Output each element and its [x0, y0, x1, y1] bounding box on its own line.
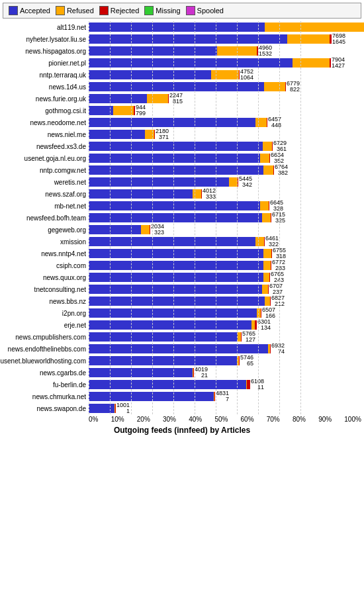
row-label: news.1d4.us	[3, 81, 89, 93]
row-label: gothmog.csi.it	[3, 105, 89, 116]
bar-row: 6765243	[89, 271, 364, 283]
bar-value-label: 6507166	[262, 307, 275, 319]
bar-row: 5445342	[89, 176, 364, 188]
bar-value-label: 6765243	[271, 271, 284, 283]
bar-value-label: 2180371	[156, 128, 169, 140]
bar-row: 6772283	[89, 259, 364, 271]
xaxis-label: 40%	[189, 416, 202, 423]
bar-segment	[154, 130, 155, 139]
bar-segment	[89, 34, 287, 44]
row-label: usenet.goja.nl.eu.org	[3, 152, 89, 164]
row-label: news.cmpublishers.com	[3, 331, 89, 343]
row-label: newsfeed.xs3.de	[3, 140, 89, 152]
bar-segment	[262, 213, 271, 222]
bar-segment	[241, 332, 242, 342]
bar-segment	[89, 82, 264, 91]
row-label: fu-berlin.de	[3, 379, 89, 391]
bar-segment	[89, 106, 113, 115]
bar-value-label: 5445342	[239, 176, 252, 188]
bar-value-label: 944799	[136, 105, 146, 116]
bar-segment	[273, 165, 274, 175]
bar-segment	[89, 201, 260, 210]
xaxis-label: 10%	[111, 416, 124, 423]
bar-row: 6827212	[89, 295, 364, 307]
bar-segment	[89, 356, 237, 365]
bar-row: 610811	[89, 379, 364, 391]
bar-row: 6507166	[89, 307, 364, 319]
legend-refused-label: Refused	[67, 7, 94, 15]
bar-row: 2034323	[89, 224, 364, 236]
bar-value-label: 6772283	[272, 259, 285, 271]
bar-segment	[270, 344, 271, 353]
bar-value-label: 6301134	[257, 319, 271, 331]
legend-spooled-label: Spooled	[197, 7, 224, 15]
row-label: news.furie.org.uk	[3, 93, 89, 105]
row-label: news.hispagatos.org	[3, 45, 89, 57]
bar-row: 6457448	[89, 116, 364, 128]
bar-value-label: 76981645	[332, 33, 345, 45]
bar-row: 6779822	[89, 81, 364, 93]
bar-segment	[255, 320, 257, 330]
legend-missing: Missing	[144, 6, 180, 15]
bar-segment	[115, 404, 116, 413]
xaxis-spacer	[3, 416, 89, 423]
bar-segment	[260, 154, 269, 163]
rejected-color-swatch	[99, 6, 109, 15]
legend-rejected-label: Rejected	[111, 7, 139, 15]
bar-segment	[217, 46, 257, 56]
bar-row: 401921	[89, 367, 364, 379]
bar-segment	[89, 225, 141, 234]
bar-segment	[89, 165, 263, 175]
bar-segment	[263, 142, 272, 151]
row-label: news.niel.me	[3, 128, 89, 140]
accepted-color-swatch	[9, 6, 18, 15]
bar-value-label: 574665	[240, 355, 253, 367]
bar-value-label: 10011	[116, 402, 130, 414]
row-label: pionier.net.pl	[3, 57, 89, 69]
bar-segment	[168, 94, 169, 103]
bar-segment	[271, 249, 272, 258]
bar-value-label: 6461322	[265, 236, 279, 248]
row-label: news.bbs.nz	[3, 295, 89, 307]
bar-segment	[89, 285, 262, 294]
legend-rejected: Rejected	[99, 6, 139, 15]
bar-segment	[264, 82, 285, 91]
bar-row: 6301134	[89, 319, 364, 331]
bar-segment	[89, 177, 229, 187]
bar-value-label: 5765127	[242, 331, 255, 343]
row-label: gegeweb.org	[3, 224, 89, 236]
row-label: news.chmurka.net	[3, 391, 89, 402]
bar-segment	[134, 106, 135, 115]
bar-value-label: 6779822	[287, 81, 300, 93]
xaxis-row: 0%10%20%30%40%50%60%70%80%90%100%	[3, 416, 361, 423]
bar-segment	[89, 332, 238, 342]
bar-segment	[89, 368, 193, 377]
bar-segment	[272, 142, 273, 151]
bar-row: 6461322	[89, 236, 364, 248]
bar-value-label: 6634352	[271, 152, 284, 164]
bar-segment	[89, 273, 263, 282]
xaxis-label: 0%	[89, 416, 98, 423]
bar-segment	[145, 130, 154, 139]
bar-row: 693274	[89, 343, 364, 355]
bar-value-label: 610811	[251, 379, 264, 391]
bar-row: 79041427	[89, 57, 364, 69]
bar-segment	[89, 237, 255, 246]
bar-segment	[330, 34, 332, 44]
xaxis-label: 80%	[293, 416, 306, 423]
bar-segment	[89, 142, 263, 151]
bar-value-label: 6755318	[273, 248, 286, 259]
bars-col: 6824515476981645496015327904142747521064…	[89, 21, 364, 414]
xaxis-labels: 0%10%20%30%40%50%60%70%80%90%100%	[89, 416, 361, 423]
bar-row: 49601532	[89, 45, 364, 57]
bar-value-label: 6764382	[275, 164, 288, 176]
row-label: news.endofthelinebbs.com	[3, 343, 89, 355]
bar-row: 2180371	[89, 128, 364, 140]
bar-row: 48317	[89, 391, 364, 402]
row-label: i2pn.org	[3, 307, 89, 319]
bar-row: 6729361	[89, 140, 364, 152]
bar-segment	[89, 130, 145, 139]
row-label: news.cgarbs.de	[3, 367, 89, 379]
bar-row: 944799	[89, 105, 364, 116]
bar-row: 6755318	[89, 248, 364, 259]
